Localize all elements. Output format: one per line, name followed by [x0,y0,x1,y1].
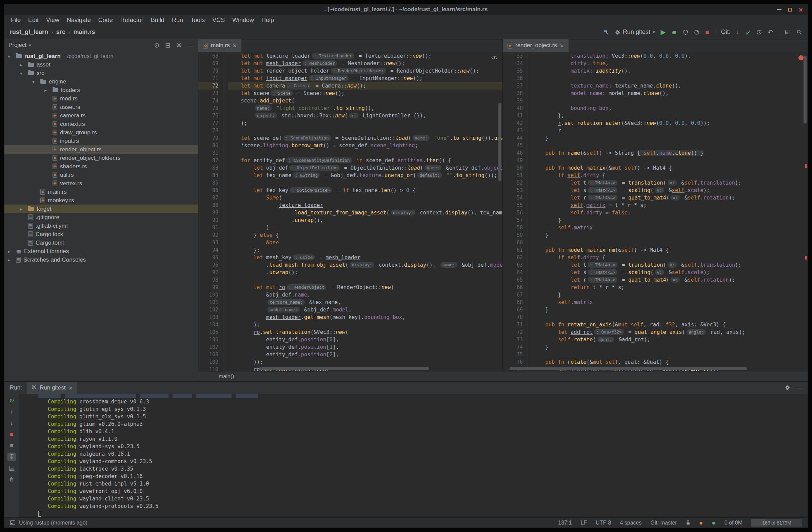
status-4-spaces[interactable]: 4 spaces [620,520,641,526]
close-icon[interactable]: × [233,42,237,49]
git-history-button[interactable] [756,29,762,35]
line-number[interactable]: 81 [198,149,218,157]
line-number[interactable]: 87 [198,194,218,201]
gear-icon[interactable] [785,385,790,391]
line-number[interactable]: 72 [503,328,523,336]
hide-panel-icon[interactable]: — [188,42,194,48]
tree-item--gitignore[interactable]: .gitignore [4,213,198,222]
line-number[interactable]: 36 [503,75,523,82]
line-number[interactable]: 58 [503,224,523,232]
prev-occurrence-button[interactable]: ↑ [8,408,16,416]
line-number[interactable]: 110 [198,366,218,371]
line-number[interactable]: 76 [503,358,523,366]
line-number[interactable]: 72 [198,82,218,89]
horizontal-scrollbar[interactable] [510,367,747,370]
menu-navigate[interactable]: Navigate [63,17,95,24]
line-number[interactable]: 89 [198,209,218,216]
line-number[interactable]: 50 [503,164,523,172]
line-number[interactable]: 94 [198,246,218,254]
line-number[interactable]: 33 [503,52,523,60]
menu-vcs[interactable]: VCS [208,17,229,24]
line-number[interactable]: 71 [503,321,523,328]
menu-build[interactable]: Build [147,17,168,24]
tree-item-util-rs[interactable]: util.rs [4,171,198,179]
line-number[interactable]: 70 [503,313,523,321]
line-number[interactable]: 34 [503,60,523,67]
project-panel-title[interactable]: Project [9,42,27,48]
settings-icon[interactable] [176,42,182,48]
run-button[interactable]: ▶ [661,29,666,35]
line-number[interactable]: 82 [198,157,218,164]
tree-item-vertex-rs[interactable]: vertex.rs [4,179,198,187]
error-stripe-mark[interactable] [805,164,807,168]
locate-file-icon[interactable]: ⊙ [154,42,159,48]
breadcrumb-function[interactable]: main() [219,374,234,380]
menu-window[interactable]: Window [229,17,258,24]
close-icon[interactable]: × [69,385,72,391]
tree-item-monkey-rs[interactable]: monkey.rs [4,196,198,205]
tree-item-cargo-toml[interactable]: Cargo.toml [4,239,198,247]
tool-windows-icon[interactable] [10,520,16,526]
line-number[interactable]: 73 [198,89,218,97]
close-icon[interactable]: × [799,6,803,13]
line-number[interactable]: 101 [198,298,218,306]
code-editor[interactable]: 3334353637383940414243444546495051525354… [503,52,808,371]
line-number[interactable]: 84 [198,172,218,179]
tree-item-render-object-rs[interactable]: render_object.rs [4,145,198,154]
line-number[interactable]: 69 [198,60,218,67]
minimize-icon[interactable] [777,9,782,10]
line-number[interactable]: 53 [503,186,523,194]
layout-button[interactable] [785,29,791,35]
git-revert-button[interactable]: ↶ [768,29,773,35]
line-number[interactable]: 109 [198,358,218,366]
maximize-icon[interactable] [788,8,792,12]
line-number[interactable]: 59 [503,232,523,239]
line-number[interactable]: 80 [198,142,218,149]
line-number[interactable]: 86 [198,186,218,194]
tree-item-cargo-lock[interactable]: Cargo.lock [4,230,198,239]
line-number[interactable]: 68 [503,298,523,306]
line-number[interactable]: 74 [503,344,523,351]
line-number[interactable]: 60 [503,239,523,246]
line-number[interactable]: 105 [198,328,218,336]
line-number[interactable]: 88 [198,201,218,209]
tree-item--gitlab-ci-yml[interactable]: .gitlab-ci.yml [4,222,198,230]
tree-item-camera-rs[interactable]: camera.rs [4,111,198,120]
line-number[interactable]: 108 [198,351,218,358]
menu-file[interactable]: File [7,17,25,24]
line-number[interactable]: 97 [198,269,218,276]
clear-button[interactable] [8,475,16,483]
hide-panel-icon[interactable]: — [796,384,802,391]
line-number[interactable]: 104 [198,321,218,328]
line-number[interactable]: 75 [503,351,523,358]
tree-item-target[interactable]: ▸target [4,205,198,213]
line-number[interactable]: 75 [198,104,218,112]
line-number[interactable]: 35 [503,67,523,75]
line-number[interactable]: 79 [198,134,218,142]
tab-render-object-rs[interactable]: render_object.rs × [503,39,568,52]
menu-help[interactable]: Help [258,17,278,24]
softwrap-button[interactable]: ≡ [8,442,16,450]
code-editor[interactable]: 6869707172737475767778798081828384858687… [198,52,503,371]
line-number[interactable]: 73 [503,336,523,344]
tree-item-external-libraries[interactable]: ▸External Libraries [4,247,198,255]
inspections-eye-icon[interactable] [491,55,498,61]
line-number[interactable]: 69 [503,306,523,313]
close-icon[interactable]: × [560,42,564,49]
line-number[interactable]: 54 [503,194,523,201]
line-number[interactable]: 37 [503,82,523,89]
line-number[interactable]: 78 [198,127,218,134]
line-number[interactable]: 45 [503,142,523,149]
line-number[interactable]: 68 [198,52,218,60]
line-number[interactable]: 46 [503,149,523,157]
rerun-button[interactable]: ↻ [8,397,16,405]
line-number[interactable]: 38 [503,89,523,97]
line-number[interactable]: 100 [198,291,218,298]
git-update-button[interactable]: ↓ [736,29,740,35]
line-number[interactable]: 64 [503,269,523,276]
run-tab[interactable]: Run gltest × [27,382,77,394]
print-button[interactable]: ▤ [8,464,16,472]
tree-item-main-rs[interactable]: main.rs [4,187,198,196]
line-number[interactable]: 96 [198,261,218,269]
line-number[interactable]: 77 [198,120,218,127]
